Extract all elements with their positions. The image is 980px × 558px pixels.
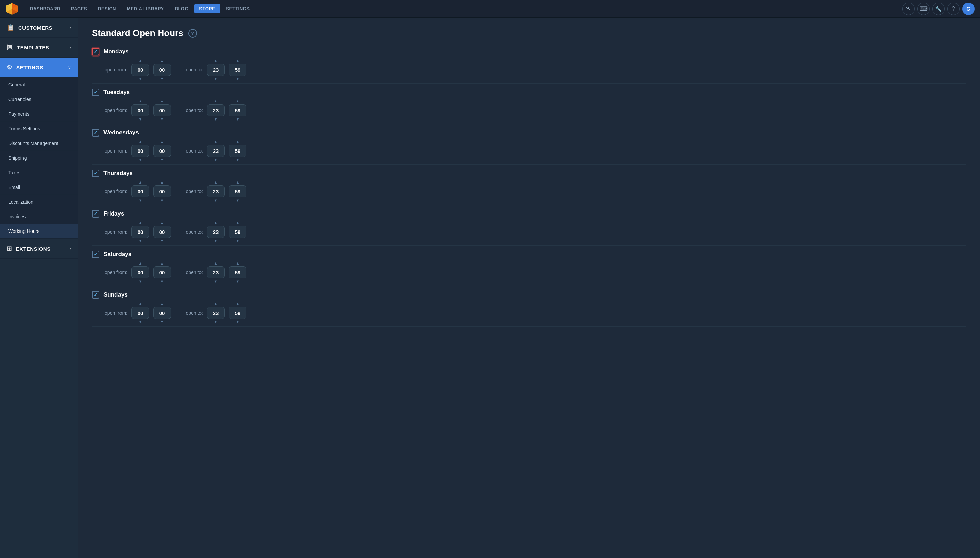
spinner-from-m-fridays[interactable]: ▲ 00 ▼ [153, 221, 171, 243]
arrow-down-from-m-thursdays[interactable]: ▼ [160, 199, 164, 202]
arrow-up-to-m-thursdays[interactable]: ▲ [236, 181, 240, 184]
arrow-down-to-h-thursdays[interactable]: ▼ [214, 199, 218, 202]
day-checkbox-sundays[interactable] [92, 291, 99, 299]
arrow-down-to-m-thursdays[interactable]: ▼ [236, 199, 240, 202]
spinner-from-m-thursdays[interactable]: ▲ 00 ▼ [153, 181, 171, 202]
spinner-from-h-mondays[interactable]: ▲ 00 ▼ [131, 59, 149, 81]
arrow-up-to-h-mondays[interactable]: ▲ [214, 59, 218, 62]
arrow-up-to-m-wednesdays[interactable]: ▲ [236, 140, 240, 144]
sidebar-item-extensions[interactable]: ⊞ EXTENSIONS › [0, 239, 78, 259]
spinner-to-h-sundays[interactable]: ▲ 23 ▼ [207, 302, 225, 324]
arrow-up-to-m-tuesdays[interactable]: ▲ [236, 99, 240, 103]
spinner-to-h-mondays[interactable]: ▲ 23 ▼ [207, 59, 225, 81]
spinner-from-m-sundays[interactable]: ▲ 00 ▼ [153, 302, 171, 324]
spinner-to-m-saturdays[interactable]: ▲ 59 ▼ [229, 261, 246, 283]
page-help-icon[interactable]: ? [188, 29, 197, 38]
sidebar-item-customers[interactable]: 📋 CUSTOMERS › [0, 18, 78, 38]
day-checkbox-saturdays[interactable] [92, 251, 99, 258]
submenu-invoices[interactable]: Invoices [0, 209, 78, 224]
arrow-down-to-m-fridays[interactable]: ▼ [236, 239, 240, 243]
day-checkbox-thursdays[interactable] [92, 169, 99, 177]
arrow-down-from-h-tuesdays[interactable]: ▼ [139, 117, 142, 121]
arrow-down-to-m-sundays[interactable]: ▼ [236, 320, 240, 324]
arrow-down-from-h-mondays[interactable]: ▼ [139, 77, 142, 81]
arrow-down-to-h-mondays[interactable]: ▼ [214, 77, 218, 81]
nav-blog[interactable]: BLOG [170, 4, 193, 13]
nav-pages[interactable]: PAGES [66, 4, 92, 13]
spinner-from-m-mondays[interactable]: ▲ 00 ▼ [153, 59, 171, 81]
arrow-down-from-m-fridays[interactable]: ▼ [160, 239, 164, 243]
arrow-up-from-h-thursdays[interactable]: ▲ [139, 181, 142, 184]
arrow-up-to-h-sundays[interactable]: ▲ [214, 302, 218, 306]
arrow-down-to-h-sundays[interactable]: ▼ [214, 320, 218, 324]
arrow-up-from-m-tuesdays[interactable]: ▲ [160, 99, 164, 103]
spinner-to-h-fridays[interactable]: ▲ 23 ▼ [207, 221, 225, 243]
spinner-from-h-tuesdays[interactable]: ▲ 00 ▼ [131, 99, 149, 121]
submenu-discounts[interactable]: Discounts Management [0, 136, 78, 151]
spinner-to-m-tuesdays[interactable]: ▲ 59 ▼ [229, 99, 246, 121]
arrow-up-to-m-fridays[interactable]: ▲ [236, 221, 240, 225]
nav-dashboard[interactable]: DASHBOARD [25, 4, 65, 13]
arrow-down-from-h-thursdays[interactable]: ▼ [139, 199, 142, 202]
spinner-from-m-saturdays[interactable]: ▲ 00 ▼ [153, 261, 171, 283]
logo[interactable] [5, 2, 18, 15]
nav-settings[interactable]: SETTINGS [221, 4, 254, 13]
arrow-up-to-h-fridays[interactable]: ▲ [214, 221, 218, 225]
submenu-email[interactable]: Email [0, 180, 78, 195]
arrow-up-from-m-wednesdays[interactable]: ▲ [160, 140, 164, 144]
arrow-up-from-m-sundays[interactable]: ▲ [160, 302, 164, 306]
sidebar-item-templates[interactable]: 🖼 TEMPLATES › [0, 38, 78, 57]
preview-icon[interactable]: 👁 [902, 3, 914, 15]
arrow-up-to-h-saturdays[interactable]: ▲ [214, 261, 218, 265]
arrow-down-from-h-saturdays[interactable]: ▼ [139, 279, 142, 283]
keyboard-icon[interactable]: ⌨ [918, 3, 930, 15]
sidebar-item-settings[interactable]: ⚙ SETTINGS ∨ [0, 57, 78, 78]
arrow-up-to-m-mondays[interactable]: ▲ [236, 59, 240, 62]
nav-media-library[interactable]: MEDIA LIBRARY [122, 4, 169, 13]
arrow-down-from-h-wednesdays[interactable]: ▼ [139, 158, 142, 162]
arrow-down-to-h-tuesdays[interactable]: ▼ [214, 117, 218, 121]
arrow-up-from-h-saturdays[interactable]: ▲ [139, 261, 142, 265]
spinner-to-h-tuesdays[interactable]: ▲ 23 ▼ [207, 99, 225, 121]
submenu-payments[interactable]: Payments [0, 107, 78, 121]
spinner-from-h-fridays[interactable]: ▲ 00 ▼ [131, 221, 149, 243]
spinner-to-h-saturdays[interactable]: ▲ 23 ▼ [207, 261, 225, 283]
spinner-from-m-tuesdays[interactable]: ▲ 00 ▼ [153, 99, 171, 121]
arrow-up-to-m-sundays[interactable]: ▲ [236, 302, 240, 306]
spinner-from-m-wednesdays[interactable]: ▲ 00 ▼ [153, 140, 171, 162]
day-checkbox-wednesdays[interactable] [92, 129, 99, 136]
spinner-to-m-wednesdays[interactable]: ▲ 59 ▼ [229, 140, 246, 162]
nav-store[interactable]: STORE [194, 4, 220, 13]
submenu-shipping[interactable]: Shipping [0, 151, 78, 166]
spinner-to-h-thursdays[interactable]: ▲ 23 ▼ [207, 181, 225, 202]
spinner-to-m-mondays[interactable]: ▲ 59 ▼ [229, 59, 246, 81]
arrow-up-from-h-mondays[interactable]: ▲ [139, 59, 142, 62]
spinner-to-m-sundays[interactable]: ▲ 59 ▼ [229, 302, 246, 324]
arrow-down-from-m-tuesdays[interactable]: ▼ [160, 117, 164, 121]
tools-icon[interactable]: 🔧 [932, 3, 945, 15]
arrow-up-from-h-wednesdays[interactable]: ▲ [139, 140, 142, 144]
arrow-down-from-h-sundays[interactable]: ▼ [139, 320, 142, 324]
arrow-up-from-m-thursdays[interactable]: ▲ [160, 181, 164, 184]
arrow-down-from-m-mondays[interactable]: ▼ [160, 77, 164, 81]
submenu-forms-settings[interactable]: Forms Settings [0, 121, 78, 136]
arrow-up-to-h-wednesdays[interactable]: ▲ [214, 140, 218, 144]
arrow-down-to-h-saturdays[interactable]: ▼ [214, 279, 218, 283]
arrow-down-to-h-fridays[interactable]: ▼ [214, 239, 218, 243]
spinner-from-h-saturdays[interactable]: ▲ 00 ▼ [131, 261, 149, 283]
arrow-up-from-h-sundays[interactable]: ▲ [139, 302, 142, 306]
arrow-up-from-h-fridays[interactable]: ▲ [139, 221, 142, 225]
arrow-down-to-m-mondays[interactable]: ▼ [236, 77, 240, 81]
arrow-up-to-h-tuesdays[interactable]: ▲ [214, 99, 218, 103]
spinner-to-m-fridays[interactable]: ▲ 59 ▼ [229, 221, 246, 243]
submenu-taxes[interactable]: Taxes [0, 166, 78, 180]
spinner-from-h-wednesdays[interactable]: ▲ 00 ▼ [131, 140, 149, 162]
submenu-working-hours[interactable]: Working Hours [0, 224, 78, 239]
arrow-up-from-m-saturdays[interactable]: ▲ [160, 261, 164, 265]
day-checkbox-mondays[interactable] [92, 48, 99, 56]
spinner-to-m-thursdays[interactable]: ▲ 59 ▼ [229, 181, 246, 202]
spinner-from-h-sundays[interactable]: ▲ 00 ▼ [131, 302, 149, 324]
arrow-down-from-m-saturdays[interactable]: ▼ [160, 279, 164, 283]
arrow-down-from-m-wednesdays[interactable]: ▼ [160, 158, 164, 162]
arrow-up-to-h-thursdays[interactable]: ▲ [214, 181, 218, 184]
